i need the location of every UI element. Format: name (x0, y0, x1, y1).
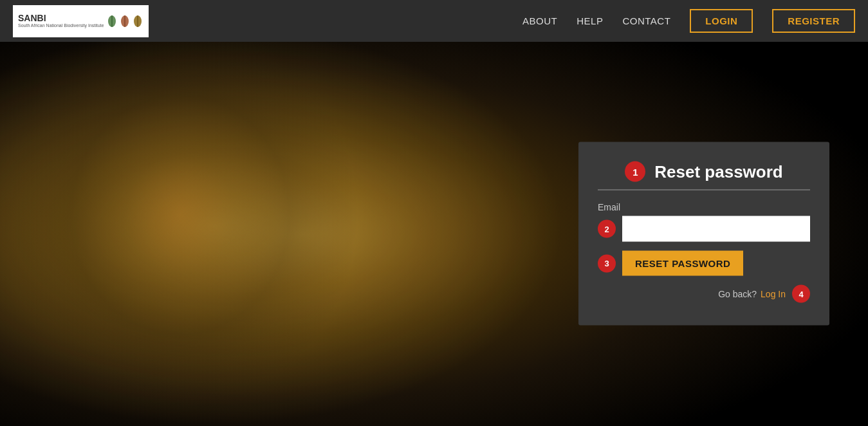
login-link[interactable]: Log In (761, 289, 786, 299)
leaf-icon-1 (106, 14, 118, 28)
logo[interactable]: SANBI South African National Biodiversit… (13, 5, 149, 37)
main-nav: ABOUT HELP CONTACT LOGIN REGISTER (522, 9, 855, 33)
step-badge-4: 4 (792, 285, 810, 303)
nav-about[interactable]: ABOUT (522, 15, 557, 26)
card-title: Reset password (654, 162, 782, 181)
button-row: 3 RESET PASSWORD (598, 251, 810, 276)
reset-password-button[interactable]: RESET PASSWORD (622, 251, 743, 276)
step-badge-2: 2 (598, 220, 616, 238)
nav-help[interactable]: HELP (577, 15, 603, 26)
email-form-group: Email 2 (598, 202, 810, 242)
card-divider (598, 190, 810, 190)
step-badge-3: 3 (598, 254, 616, 272)
header: SANBI South African National Biodiversit… (0, 0, 868, 42)
leaf-icon-2 (119, 14, 131, 28)
leaf-icon-3 (132, 14, 143, 28)
nav-contact[interactable]: CONTACT (622, 15, 670, 26)
go-back-row: Go back? Log In 4 (598, 285, 810, 303)
logo-subtitle: South African National Biodiversity Inst… (18, 23, 104, 28)
go-back-text: Go back? (718, 289, 757, 299)
email-input[interactable] (622, 216, 810, 242)
register-button[interactable]: REGISTER (772, 9, 855, 33)
logo-icons (106, 14, 143, 28)
email-row: 2 (598, 216, 810, 242)
logo-title: SANBI (18, 14, 104, 23)
main-content: 1 Reset password Email 2 3 RESET PASSWOR… (0, 0, 868, 426)
card-header: 1 Reset password (598, 162, 810, 182)
login-button[interactable]: LOGIN (690, 9, 753, 33)
email-label: Email (598, 202, 810, 212)
reset-password-card: 1 Reset password Email 2 3 RESET PASSWOR… (578, 142, 829, 326)
step-badge-1: 1 (625, 162, 645, 182)
